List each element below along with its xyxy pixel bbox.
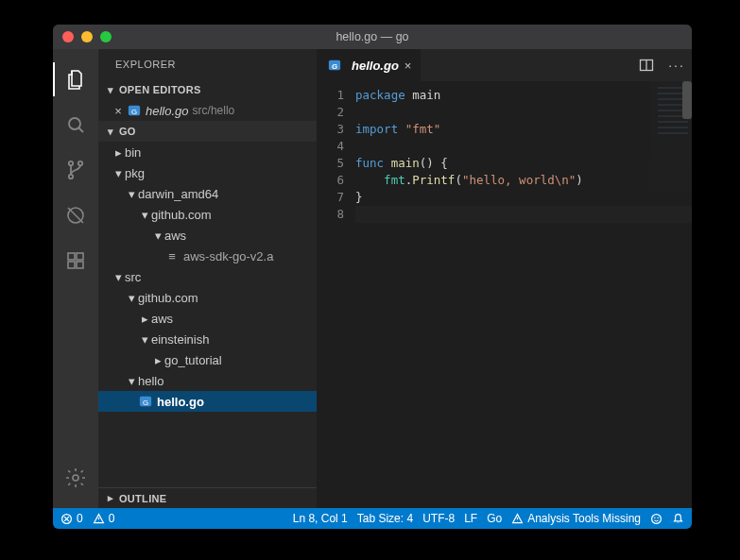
smiley-icon: [650, 513, 663, 525]
activity-settings[interactable]: [53, 455, 98, 501]
warning-icon: [93, 513, 105, 525]
editor-body[interactable]: 1 2 3 4 5 6 7 8 package main import "fmt…: [318, 81, 692, 508]
go-file-icon: G: [127, 104, 142, 117]
tab-bar: G hello.go × ···: [318, 49, 692, 81]
tree-folder-einsteinish[interactable]: ▾einsteinish: [98, 329, 317, 349]
tree-folder-go-tutorial[interactable]: ▸go_tutorial: [98, 349, 317, 370]
chevron-right-icon: ▸: [151, 353, 164, 367]
chevron-right-icon: ▸: [138, 312, 151, 326]
tree-folder-bin[interactable]: ▸bin: [98, 142, 317, 162]
file-icon: ≡: [164, 249, 180, 263]
svg-point-9: [73, 475, 78, 481]
svg-text:G: G: [143, 399, 148, 407]
section-label: OUTLINE: [119, 493, 166, 504]
go-file-icon: G: [327, 59, 342, 72]
sidebar-explorer: EXPLORER ▾ OPEN EDITORS × G hello.go src…: [98, 49, 318, 508]
error-icon: [60, 513, 73, 525]
more-icon: ···: [668, 58, 685, 73]
gear-icon: [64, 467, 87, 489]
status-cursor-position[interactable]: Ln 8, Col 1: [293, 512, 348, 525]
svg-rect-6: [68, 262, 75, 268]
bell-icon: [672, 513, 684, 525]
section-workspace[interactable]: ▾ GO: [98, 121, 317, 142]
status-notifications[interactable]: [672, 513, 684, 525]
sidebar-title: EXPLORER: [98, 49, 317, 79]
chevron-down-icon: ▾: [104, 84, 117, 96]
svg-point-18: [652, 514, 662, 523]
close-icon[interactable]: ×: [112, 104, 125, 118]
status-language[interactable]: Go: [487, 512, 502, 525]
titlebar[interactable]: hello.go — go: [53, 25, 692, 49]
open-editor-item[interactable]: × G hello.go src/hello: [98, 100, 317, 121]
close-icon[interactable]: ×: [404, 59, 412, 73]
tree-folder-src[interactable]: ▾src: [98, 266, 317, 287]
tree-folder-github[interactable]: ▾github.com: [98, 204, 317, 225]
status-warnings[interactable]: 0: [93, 512, 115, 525]
file-tree: ▸bin ▾pkg ▾darwin_amd64 ▾github.com ▾aws…: [98, 142, 317, 412]
tree-folder-pkg[interactable]: ▾pkg: [98, 162, 317, 183]
extensions-icon: [64, 249, 87, 272]
chevron-down-icon: ▾: [112, 270, 125, 284]
status-tab-size[interactable]: Tab Size: 4: [357, 512, 413, 525]
tab-label: hello.go: [352, 59, 399, 73]
split-icon: [639, 58, 654, 73]
svg-text:G: G: [131, 108, 137, 116]
svg-point-20: [657, 517, 658, 518]
chevron-down-icon: ▾: [112, 166, 125, 180]
activity-bar: [53, 49, 98, 508]
tree-folder-github2[interactable]: ▾github.com: [98, 287, 317, 308]
minimap[interactable]: [650, 81, 692, 508]
scrollbar-vertical[interactable]: [682, 81, 692, 119]
more-actions-button[interactable]: ···: [662, 49, 692, 81]
tree-folder-hello[interactable]: ▾hello: [98, 370, 317, 391]
chevron-right-icon: ▸: [104, 492, 117, 504]
activity-explorer[interactable]: [53, 57, 98, 102]
svg-point-1: [69, 161, 73, 165]
open-editor-path: src/hello: [193, 104, 235, 117]
svg-rect-8: [77, 253, 83, 260]
chevron-down-icon: ▾: [138, 208, 151, 222]
svg-point-3: [69, 175, 73, 178]
section-label: GO: [119, 126, 136, 137]
section-outline[interactable]: ▸ OUTLINE: [98, 487, 317, 508]
status-encoding[interactable]: UTF-8: [422, 512, 455, 525]
status-feedback[interactable]: [650, 513, 663, 525]
chevron-right-icon: ▸: [112, 145, 125, 160]
svg-text:G: G: [332, 62, 337, 71]
window-title: hello.go — go: [53, 30, 692, 43]
chevron-down-icon: ▾: [104, 126, 117, 138]
tree-file-aws-archive[interactable]: ≡aws-sdk-go-v2.a: [98, 246, 317, 266]
line-number-gutter: 1 2 3 4 5 6 7 8: [318, 81, 355, 508]
status-errors[interactable]: 0: [60, 512, 83, 525]
vscode-window: hello.go — go EX: [53, 25, 692, 529]
chevron-down-icon: ▾: [125, 187, 138, 201]
svg-rect-5: [68, 253, 75, 260]
section-label: OPEN EDITORS: [119, 84, 201, 95]
files-icon: [64, 68, 87, 91]
activity-source-control[interactable]: [53, 147, 98, 193]
split-editor-button[interactable]: [631, 49, 662, 81]
section-open-editors[interactable]: ▾ OPEN EDITORS: [98, 79, 317, 100]
editor-area: G hello.go × ··· 1 2 3 4: [318, 49, 692, 508]
status-bar: 0 0 Ln 8, Col 1 Tab Size: 4 UTF-8 LF Go …: [53, 508, 692, 529]
chevron-down-icon: ▾: [151, 229, 164, 243]
activity-search[interactable]: [53, 102, 98, 147]
open-editor-filename: hello.go: [146, 104, 189, 118]
tree-folder-aws[interactable]: ▾aws: [98, 225, 317, 246]
go-file-icon: G: [138, 395, 153, 408]
activity-debug[interactable]: [53, 193, 98, 238]
status-analysis-message[interactable]: Analysis Tools Missing: [511, 512, 641, 525]
code-content[interactable]: package main import "fmt" func main() { …: [355, 81, 692, 508]
tree-file-hello-go[interactable]: G hello.go: [98, 391, 317, 412]
svg-rect-7: [77, 262, 83, 268]
tree-folder-aws2[interactable]: ▸aws: [98, 308, 317, 329]
chevron-down-icon: ▾: [138, 332, 151, 347]
tab-hello-go[interactable]: G hello.go ×: [318, 49, 421, 81]
branch-icon: [64, 159, 87, 181]
activity-extensions[interactable]: [53, 238, 98, 283]
chevron-down-icon: ▾: [125, 291, 138, 305]
chevron-down-icon: ▾: [125, 374, 138, 388]
status-eol[interactable]: LF: [464, 512, 477, 525]
bug-icon: [64, 204, 87, 227]
tree-folder-darwin[interactable]: ▾darwin_amd64: [98, 183, 317, 204]
